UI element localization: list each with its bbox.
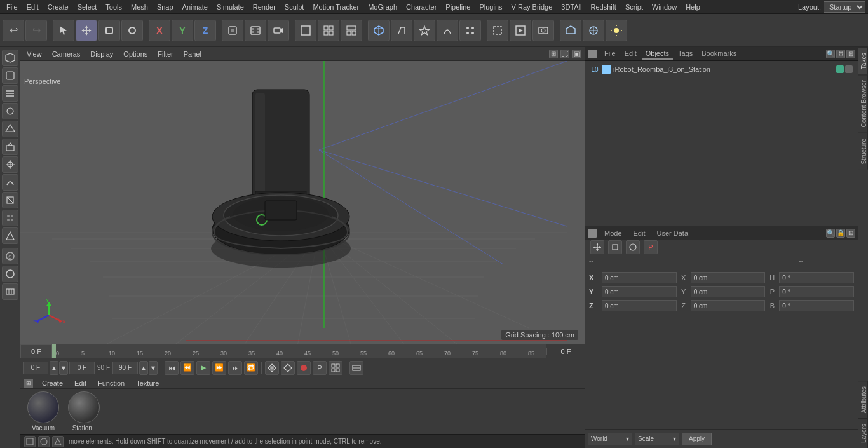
menu-render[interactable]: Render <box>249 2 280 12</box>
vtab-content-browser[interactable]: Content Browser <box>858 74 868 132</box>
cube-button[interactable] <box>368 20 390 41</box>
prev-frame-button[interactable]: ⏪ <box>180 361 194 375</box>
obj-manager-filter[interactable]: ⚙ <box>836 50 845 58</box>
menu-window[interactable]: Window <box>648 2 681 12</box>
rotate-tool-button[interactable] <box>98 20 120 41</box>
status-icon-2[interactable] <box>38 436 50 447</box>
menu-character[interactable]: Character <box>402 2 440 12</box>
material-station[interactable]: Station_ <box>65 391 103 431</box>
menu-animate[interactable]: Animate <box>179 2 212 12</box>
key-auto-button[interactable] <box>297 361 311 375</box>
menu-file[interactable]: File <box>3 2 22 12</box>
obj-tab-objects[interactable]: Objects <box>642 48 673 60</box>
obj-tab-bookmarks[interactable]: Bookmarks <box>698 48 740 60</box>
key-remove-button[interactable] <box>281 361 295 375</box>
loop-button[interactable]: 🔁 <box>244 361 258 375</box>
attr-search[interactable]: 🔍 <box>826 229 835 238</box>
menu-snap[interactable]: Snap <box>153 2 177 12</box>
left-tool-6[interactable] <box>2 139 18 155</box>
viewport-canvas[interactable]: Perspective <box>20 61 585 344</box>
obj-tab-tags[interactable]: Tags <box>674 48 696 60</box>
playback-step-up[interactable]: ▲ <box>50 361 58 375</box>
mat-menu-edit[interactable]: Edit <box>72 378 89 388</box>
obj-tab-file[interactable]: File <box>600 48 620 60</box>
attr-scale-btn[interactable] <box>608 240 622 254</box>
play-forward-button[interactable]: ▶ <box>196 361 210 375</box>
attr-field-x-rot[interactable]: 0 cm <box>691 272 766 283</box>
menu-mesh[interactable]: Mesh <box>127 2 152 12</box>
world-dropdown[interactable]: World ▾ <box>588 433 632 445</box>
layout-dropdown[interactable]: Startup <box>824 1 865 13</box>
left-tool-4[interactable] <box>2 103 18 119</box>
vp-corner-lock[interactable]: ⊞ <box>549 50 558 58</box>
material-vacuum[interactable]: Vacuum <box>24 391 62 431</box>
key-add-button[interactable] <box>265 361 279 375</box>
menu-pipeline[interactable]: Pipeline <box>442 2 474 12</box>
pen-button[interactable] <box>391 20 412 41</box>
scale-tool-button[interactable] <box>121 20 143 41</box>
single-view-button[interactable] <box>295 20 316 41</box>
attr-field-b[interactable]: 0 ° <box>779 300 854 311</box>
split-view-button[interactable] <box>341 20 362 41</box>
left-tool-3[interactable] <box>2 85 18 102</box>
playback-end-input[interactable] <box>112 362 138 374</box>
select-tool-button[interactable] <box>53 20 74 41</box>
mat-menu-function[interactable]: Function <box>95 378 127 388</box>
render-view-button[interactable] <box>510 20 531 41</box>
playback-current-input[interactable] <box>69 362 95 374</box>
status-icon-1[interactable] <box>24 436 36 447</box>
obj-manager-search[interactable]: 🔍 <box>826 50 835 58</box>
star-button[interactable] <box>414 20 435 41</box>
menu-simulate[interactable]: Simulate <box>213 2 248 12</box>
menu-select[interactable]: Select <box>74 2 101 12</box>
obj-manager-expand[interactable]: ⊞ <box>846 50 855 58</box>
goto-end-button[interactable]: ⏭ <box>228 361 242 375</box>
camera-render-button[interactable] <box>532 20 554 41</box>
goto-start-button[interactable]: ⏮ <box>165 361 179 375</box>
quad-view-button[interactable] <box>318 20 339 41</box>
left-tool-10[interactable] <box>2 210 18 226</box>
attr-field-h[interactable]: 0 ° <box>779 272 854 283</box>
attr-field-y-pos[interactable]: 0 cm <box>602 286 677 297</box>
next-frame-button[interactable]: ⏩ <box>212 361 226 375</box>
apply-button[interactable]: Apply <box>682 433 712 445</box>
obj-tab-edit[interactable]: Edit <box>621 48 641 60</box>
object-mode-button[interactable] <box>222 20 243 41</box>
menu-tools[interactable]: Tools <box>102 2 126 12</box>
vtab-layers[interactable]: Layers <box>858 418 868 448</box>
z-axis-button[interactable]: Z <box>194 20 216 41</box>
vp-menu-filter[interactable]: Filter <box>155 49 175 59</box>
left-tool-7[interactable] <box>2 156 18 173</box>
y-axis-button[interactable]: Y <box>172 20 193 41</box>
viewport[interactable]: View Cameras Display Options Filter Pane… <box>20 47 585 344</box>
left-tool-12[interactable]: S <box>2 248 18 264</box>
left-tool-9[interactable] <box>2 192 18 208</box>
attr-tab-mode[interactable]: Mode <box>600 228 626 238</box>
key-record-button[interactable]: P <box>313 361 327 375</box>
undo-button[interactable]: ↩ <box>3 20 24 41</box>
attr-field-z-rot[interactable]: 0 cm <box>691 300 766 311</box>
floor-button[interactable] <box>560 20 581 41</box>
vp-menu-cameras[interactable]: Cameras <box>50 49 83 59</box>
light-button[interactable] <box>606 20 627 41</box>
attr-rotate-btn[interactable] <box>626 240 640 254</box>
film-button[interactable] <box>245 20 266 41</box>
redo-button[interactable]: ↪ <box>25 20 47 41</box>
sky-button[interactable] <box>583 20 604 41</box>
playback-end-up[interactable]: ▲ <box>139 361 148 375</box>
left-tool-8[interactable] <box>2 174 18 191</box>
attr-field-y-rot[interactable]: 0 cm <box>691 286 766 297</box>
status-icon-3[interactable] <box>52 436 64 447</box>
menu-3dtall[interactable]: 3DTAll <box>557 2 585 12</box>
bend-button[interactable] <box>437 20 458 41</box>
attr-field-p[interactable]: 0 ° <box>779 286 854 297</box>
playback-end-down[interactable]: ▼ <box>149 361 158 375</box>
attr-field-z-pos[interactable]: 0 cm <box>602 300 677 311</box>
playback-start-input[interactable] <box>23 362 48 374</box>
vtab-attributes[interactable]: Attributes <box>858 381 868 418</box>
vp-corner-render[interactable]: ▣ <box>572 50 581 58</box>
array-button[interactable] <box>459 20 481 41</box>
left-tool-5[interactable] <box>2 121 18 137</box>
menu-script[interactable]: Script <box>621 2 647 12</box>
menu-sculpt[interactable]: Sculpt <box>281 2 308 12</box>
